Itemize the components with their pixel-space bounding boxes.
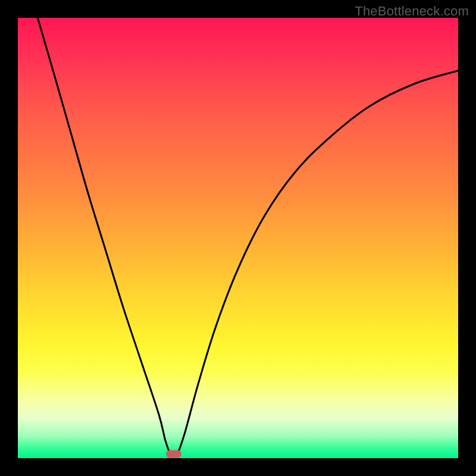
curve-left-branch	[37, 18, 170, 456]
curve-right-branch	[177, 71, 458, 456]
watermark-text: TheBottleneck.com	[355, 4, 469, 19]
plot-area	[18, 18, 458, 458]
target-marker	[166, 450, 181, 458]
chart-curve	[18, 18, 458, 458]
